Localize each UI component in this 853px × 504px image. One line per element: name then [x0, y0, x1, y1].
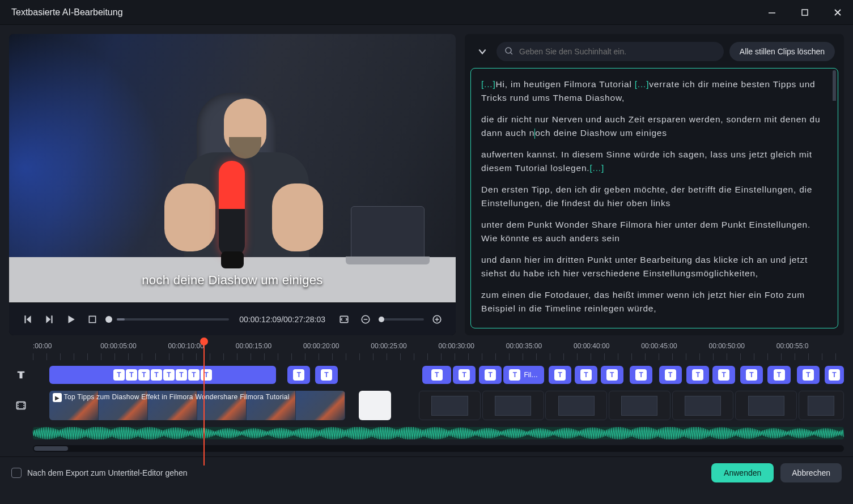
- text-icon: T: [163, 369, 175, 381]
- subtitle-clip[interactable]: T: [630, 366, 652, 384]
- transcript-paragraph[interactable]: Den ersten Tipp, den ich dir geben möcht…: [481, 183, 827, 210]
- minimize-button[interactable]: [763, 4, 780, 21]
- subtitle-clip[interactable]: T: [575, 366, 597, 384]
- svg-point-15: [23, 405, 24, 406]
- video-clip[interactable]: [799, 391, 844, 420]
- search-input-wrapper: [496, 42, 724, 61]
- video-clip[interactable]: [419, 391, 481, 420]
- next-frame-button[interactable]: [41, 311, 58, 328]
- goto-subtitle-editor-checkbox[interactable]: [11, 468, 22, 478]
- text-track: TTTTTTTTTTTTTTFil…TTTTTTTTTTT: [9, 364, 844, 386]
- text-icon: T: [321, 369, 332, 381]
- maximize-button[interactable]: [796, 4, 813, 21]
- timeline-scrollbar[interactable]: [33, 445, 844, 452]
- close-button[interactable]: [829, 4, 846, 21]
- timecode: 00:00:12:09/00:27:28:03: [239, 315, 325, 324]
- video-clip[interactable]: [545, 391, 607, 420]
- subtitle-clip[interactable]: T: [797, 366, 820, 384]
- zoom-out-button[interactable]: [357, 311, 374, 328]
- ruler-label: 00:00:40:00: [574, 342, 641, 350]
- video-clip[interactable]: [672, 391, 734, 420]
- video-clip[interactable]: [609, 391, 670, 420]
- delete-silent-clips-button[interactable]: Alle stillen Clips löschen: [729, 42, 835, 61]
- pause-token[interactable]: [...]: [589, 163, 604, 173]
- text-icon: T: [746, 369, 757, 381]
- subtitle-clip[interactable]: T: [825, 366, 844, 384]
- svg-rect-3: [340, 316, 348, 322]
- stop-button[interactable]: [84, 311, 101, 328]
- subtitle-clip[interactable]: TFil…: [503, 366, 544, 384]
- text-icon: T: [431, 369, 443, 381]
- timeline: :00:0000:00:05:0000:00:10:0000:00:15:000…: [0, 340, 853, 456]
- transcript-paragraph[interactable]: unter dem Punkt Wonder Share Filmora hie…: [481, 218, 827, 245]
- ruler-label: 00:00:45:00: [641, 342, 708, 350]
- transcript-editor[interactable]: [...]Hi, im heutigen Filmora Tutorial [.…: [470, 68, 838, 328]
- svg-rect-5: [364, 319, 368, 320]
- subtitle-clip[interactable]: T: [686, 366, 709, 384]
- cancel-button[interactable]: Abbrechen: [780, 463, 842, 482]
- fit-screen-button[interactable]: [336, 311, 353, 328]
- zoom-slider[interactable]: [379, 318, 424, 321]
- subtitle-clip[interactable]: T: [740, 366, 763, 384]
- time-ruler[interactable]: :00:0000:00:05:0000:00:10:0000:00:15:000…: [33, 342, 844, 364]
- subtitle-clip[interactable]: T: [287, 366, 310, 384]
- text-icon: T: [126, 369, 137, 381]
- search-icon: [504, 46, 514, 57]
- collapse-transcript-button[interactable]: [474, 46, 491, 57]
- text-track-icon: [9, 369, 33, 381]
- subtitle-clip[interactable]: T: [712, 366, 735, 384]
- text-icon: T: [485, 369, 496, 381]
- apply-button[interactable]: Anwenden: [711, 463, 774, 482]
- subtitle-clip[interactable]: T: [601, 366, 623, 384]
- ruler-label: 00:00:20:00: [303, 342, 371, 350]
- text-icon: T: [580, 369, 592, 381]
- transcript-paragraph[interactable]: die dir nicht nur Nerven und auch Zeit e…: [481, 113, 827, 140]
- text-caret: [534, 129, 535, 139]
- transcript-paragraph[interactable]: [...]Hi, im heutigen Filmora Tutorial [.…: [481, 78, 827, 105]
- video-clip-main[interactable]: ▶Top Tipps zum Diashow Effekt in Filmora…: [49, 391, 345, 420]
- subtitle-clip[interactable]: T: [315, 366, 338, 384]
- svg-rect-1: [802, 10, 808, 15]
- video-frame[interactable]: noch deine Diashow um einiges: [9, 34, 456, 302]
- transcript-paragraph[interactable]: aufwerten kannst. In diesem Sinne würde …: [481, 148, 827, 175]
- subtitle-clip[interactable]: T: [659, 366, 682, 384]
- text-icon: T: [176, 369, 187, 381]
- video-clip-blank[interactable]: [359, 391, 391, 420]
- subtitle-clip[interactable]: T: [453, 366, 476, 384]
- text-icon: T: [113, 369, 125, 381]
- video-clip[interactable]: [735, 391, 797, 420]
- clip-title: Top Tipps zum Diashow Effekt in Filmora …: [64, 393, 290, 401]
- text-icon: T: [803, 369, 814, 381]
- video-clip[interactable]: [482, 391, 544, 420]
- search-input[interactable]: [519, 47, 716, 56]
- prev-frame-button[interactable]: [19, 311, 36, 328]
- video-controls: 00:00:12:09/00:27:28:03: [9, 302, 456, 335]
- svg-point-14: [23, 403, 24, 404]
- subtitle-clip[interactable]: T: [422, 366, 452, 384]
- svg-rect-2: [89, 316, 95, 322]
- text-icon: T: [606, 369, 618, 381]
- playhead[interactable]: [203, 341, 205, 465]
- text-icon: T: [554, 369, 566, 381]
- audio-track: [9, 425, 844, 442]
- text-icon: T: [718, 369, 729, 381]
- footer: Nach dem Export zum Untertitel-Editor ge…: [0, 456, 853, 488]
- pause-token[interactable]: [...]: [635, 79, 650, 89]
- text-icon: T: [692, 369, 703, 381]
- pause-token[interactable]: [...]: [481, 79, 496, 89]
- text-icon: T: [829, 369, 840, 381]
- subtitle-clip[interactable]: T: [479, 366, 502, 384]
- subtitle-clip[interactable]: T: [767, 366, 790, 384]
- transcript-paragraph[interactable]: und dann hier im dritten Punkt unter Bea…: [481, 253, 827, 280]
- subtitle-clip[interactable]: TTTTTTTT: [49, 366, 277, 384]
- scrub-handle[interactable]: [105, 316, 112, 323]
- transcript-paragraph[interactable]: zum einen die Fotodauer, das heißt immer…: [481, 288, 827, 315]
- text-icon: T: [188, 369, 200, 381]
- svg-point-12: [18, 405, 19, 406]
- zoom-in-button[interactable]: [428, 311, 445, 328]
- play-button[interactable]: [62, 311, 79, 328]
- subtitle-clip[interactable]: T: [549, 366, 571, 384]
- audio-waveform[interactable]: [33, 427, 844, 439]
- transcript-panel: Alle stillen Clips löschen [...]Hi, im h…: [465, 34, 844, 335]
- scrub-track[interactable]: [117, 318, 229, 321]
